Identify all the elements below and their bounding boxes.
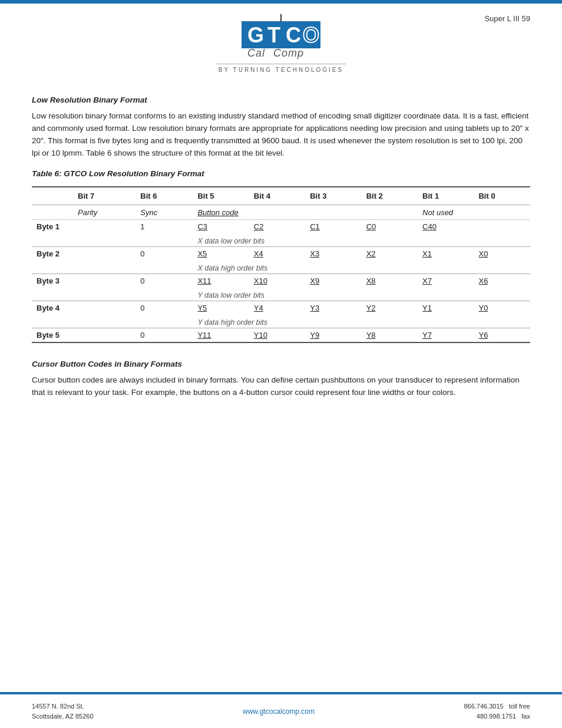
byte3-bit6: 0 xyxy=(135,274,193,288)
byte3-bit5: X11 xyxy=(193,274,249,288)
byte3-bit7 xyxy=(73,274,135,288)
col-header-bit3: Bit 3 xyxy=(305,187,361,205)
y-low-empty2 xyxy=(73,288,135,301)
svg-text:G: G xyxy=(247,23,264,47)
byte2-bit3: X3 xyxy=(305,246,361,261)
y-high-empty3 xyxy=(135,315,193,328)
byte4-bit0: Y0 xyxy=(474,301,530,315)
byte3-bit1: X7 xyxy=(418,274,474,288)
section2-body: Cursor button codes are always included … xyxy=(32,374,530,399)
footer-phone2-label: fax xyxy=(521,713,530,720)
byte2-label: Byte 2 xyxy=(32,246,73,261)
page-header: Super L III 59 G T C O Cal Comp xyxy=(0,4,562,81)
byte2-bit6: 0 xyxy=(135,246,193,261)
subheader-button-code: Button code xyxy=(193,205,361,219)
byte5-label: Byte 5 xyxy=(32,328,73,342)
svg-text:Comp: Comp xyxy=(273,47,304,59)
subheader-empty xyxy=(32,205,73,219)
logo-tagline: by TURNING technologies xyxy=(219,67,343,73)
footer-phone2-number: 480.998.1751 xyxy=(477,713,516,720)
col-header-bit7: Bit 7 xyxy=(73,187,135,205)
col-header-bit0: Bit 0 xyxy=(474,187,530,205)
byte5-bit2: Y8 xyxy=(362,328,418,342)
byte4-bit7 xyxy=(73,301,135,315)
footer-address: 14557 N. 82nd St. Scottsdale, AZ 85260 xyxy=(32,701,94,721)
byte1-bit3: C1 xyxy=(305,219,361,233)
main-content: Low Resolution Binary Format Low resolut… xyxy=(0,81,562,692)
y-low-order-label-row: Y data low order bits xyxy=(32,288,530,301)
svg-text:Cal: Cal xyxy=(247,47,265,59)
byte1-bit4: C2 xyxy=(249,219,305,233)
col-header-bit5: Bit 5 xyxy=(193,187,249,205)
x-low-label: X data low order bits xyxy=(193,233,530,247)
svg-text:T: T xyxy=(267,23,280,47)
x-low-order-label-row: X data low order bits xyxy=(32,233,530,247)
footer-contact: 866.746.3015 toll free 480.998.1751 fax xyxy=(464,701,530,721)
y-high-empty2 xyxy=(73,315,135,328)
section1-body: Low resolution binary format conforms to… xyxy=(32,110,530,160)
byte3-bit3: X9 xyxy=(305,274,361,288)
footer-phone2: 480.998.1751 fax xyxy=(464,711,530,722)
byte4-bit5: Y5 xyxy=(193,301,249,315)
y-high-empty xyxy=(32,315,73,328)
y-high-order-label-row: Y data high order bits xyxy=(32,315,530,328)
byte5-bit7 xyxy=(73,328,135,342)
x-high-label: X data high order bits xyxy=(193,261,530,274)
byte5-bit1: Y7 xyxy=(418,328,474,342)
col-header-bit1: Bit 1 xyxy=(418,187,474,205)
subheader-empty2 xyxy=(362,205,418,219)
page-number: Super L III 59 xyxy=(484,14,530,23)
x-low-empty2 xyxy=(73,233,135,247)
table-row: Byte 5 0 Y11 Y10 Y9 Y8 Y7 Y6 xyxy=(32,328,530,342)
footer-website: www.gtcocalcomp.com xyxy=(243,707,315,716)
table-row: Byte 4 0 Y5 Y4 Y3 Y2 Y1 Y0 xyxy=(32,301,530,315)
x-low-empty xyxy=(32,233,73,247)
byte1-bit2: C0 xyxy=(362,219,418,233)
byte5-bit4: Y10 xyxy=(249,328,305,342)
col-header-bit2: Bit 2 xyxy=(362,187,418,205)
section2-title: Cursor Button Codes in Binary Formats xyxy=(32,360,530,368)
byte3-bit4: X10 xyxy=(249,274,305,288)
byte1-bit0 xyxy=(474,219,530,233)
data-table: Bit 7 Bit 6 Bit 5 Bit 4 Bit 3 Bit 2 Bit … xyxy=(32,186,530,343)
byte1-bit7 xyxy=(73,219,135,233)
col-header-empty xyxy=(32,187,73,205)
svg-text:O: O xyxy=(303,23,319,47)
table-title: Table 6: GTCO Low Resolution Binary Form… xyxy=(32,169,530,178)
byte1-bit5: C3 xyxy=(193,219,249,233)
col-header-bit6: Bit 6 xyxy=(135,187,193,205)
table-row: Byte 3 0 X11 X10 X9 X8 X7 X6 xyxy=(32,274,530,288)
footer-phone1-label: toll free xyxy=(509,703,530,710)
x-low-empty3 xyxy=(135,233,193,247)
footer-address-line2: Scottsdale, AZ 85260 xyxy=(32,711,94,722)
byte3-bit2: X8 xyxy=(362,274,418,288)
byte2-bit5: X5 xyxy=(193,246,249,261)
byte5-bit0: Y6 xyxy=(474,328,530,342)
section1-title: Low Resolution Binary Format xyxy=(32,95,530,104)
x-high-empty3 xyxy=(135,261,193,274)
page: Super L III 59 G T C O Cal Comp xyxy=(0,0,562,728)
byte2-bit7 xyxy=(73,246,135,261)
footer-phone1: 866.746.3015 toll free xyxy=(464,701,530,711)
table-subheader-row: Parity Sync Button code Not used xyxy=(32,205,530,219)
byte4-bit2: Y2 xyxy=(362,301,418,315)
footer-address-line1: 14557 N. 82nd St. xyxy=(32,701,94,711)
y-high-label: Y data high order bits xyxy=(193,315,530,328)
byte5-bit6: 0 xyxy=(135,328,193,342)
byte4-bit4: Y4 xyxy=(249,301,305,315)
byte1-bit6: 1 xyxy=(135,219,193,233)
byte1-label: Byte 1 xyxy=(32,219,73,233)
x-high-order-label-row: X data high order bits xyxy=(32,261,530,274)
table-row: Byte 2 0 X5 X4 X3 X2 X1 X0 xyxy=(32,246,530,261)
byte4-bit6: 0 xyxy=(135,301,193,315)
col-header-bit4: Bit 4 xyxy=(249,187,305,205)
byte3-bit0: X6 xyxy=(474,274,530,288)
byte2-bit0: X0 xyxy=(474,246,530,261)
byte3-label: Byte 3 xyxy=(32,274,73,288)
byte2-bit1: X1 xyxy=(418,246,474,261)
gtco-logo-icon: G T C O Cal Comp xyxy=(231,14,331,61)
subheader-sync: Sync xyxy=(135,205,193,219)
y-low-empty xyxy=(32,288,73,301)
byte2-bit4: X4 xyxy=(249,246,305,261)
logo-container: G T C O Cal Comp by TURNING technologies xyxy=(216,14,346,73)
